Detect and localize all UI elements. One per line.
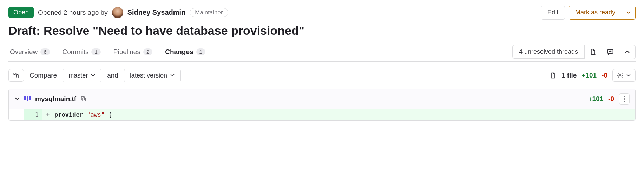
svg-rect-3 bbox=[17, 76, 19, 78]
compare-head-dropdown[interactable]: latest version bbox=[124, 69, 181, 83]
svg-rect-1 bbox=[14, 73, 15, 75]
diff-settings-dropdown[interactable] bbox=[612, 69, 636, 82]
compare-and: and bbox=[107, 72, 118, 79]
mark-as-ready-dropdown[interactable] bbox=[622, 6, 636, 20]
file-tree-toggle[interactable] bbox=[8, 69, 24, 82]
new-line-number[interactable]: 1 bbox=[24, 109, 42, 120]
code-string: "aws" bbox=[87, 111, 105, 118]
svg-point-7 bbox=[624, 96, 625, 97]
comment-icon-button[interactable] bbox=[602, 45, 619, 59]
unresolved-threads-button[interactable]: 4 unresolved threads bbox=[512, 45, 584, 59]
terraform-icon bbox=[24, 96, 31, 101]
tab-overview-count: 6 bbox=[40, 48, 50, 55]
tab-pipelines[interactable]: Pipelines 2 bbox=[112, 45, 154, 61]
tab-changes-label: Changes bbox=[165, 48, 193, 56]
diff-sign: + bbox=[46, 111, 51, 118]
file-plus-icon bbox=[590, 48, 597, 55]
chevron-down-icon[interactable] bbox=[14, 96, 20, 102]
compare-label: Compare bbox=[29, 72, 57, 79]
chevron-down-icon bbox=[170, 73, 175, 78]
tab-commits-count: 1 bbox=[91, 48, 100, 55]
file-tree-icon bbox=[13, 72, 19, 79]
tab-changes-count: 1 bbox=[196, 48, 205, 55]
copy-path-icon[interactable] bbox=[80, 96, 87, 102]
opened-time: 2 hours ago bbox=[64, 9, 99, 16]
code-keyword: provider bbox=[54, 111, 83, 118]
author-avatar[interactable] bbox=[112, 7, 123, 18]
old-line-number[interactable] bbox=[9, 109, 24, 120]
opened-text: Opened 2 hours ago by bbox=[38, 9, 108, 16]
tab-commits[interactable]: Commits 1 bbox=[61, 45, 102, 61]
mark-as-ready-button[interactable]: Mark as ready bbox=[569, 6, 622, 20]
chevron-down-icon bbox=[626, 73, 631, 78]
svg-point-9 bbox=[624, 101, 625, 102]
role-badge: Maintainer bbox=[190, 8, 228, 17]
doc-icon bbox=[550, 72, 557, 79]
tab-pipelines-count: 2 bbox=[143, 48, 152, 55]
file-count: 1 file bbox=[561, 72, 577, 79]
gear-icon bbox=[617, 72, 623, 79]
opened-prefix: Opened bbox=[38, 9, 62, 16]
file-plus-icon-button[interactable] bbox=[584, 45, 602, 59]
file-actions-menu[interactable] bbox=[619, 93, 630, 105]
svg-rect-6 bbox=[81, 96, 84, 100]
comment-arrow-icon bbox=[607, 48, 614, 55]
svg-rect-5 bbox=[83, 98, 85, 101]
collapse-icon-button[interactable] bbox=[619, 45, 636, 59]
file-name[interactable]: mysqlmain.tf bbox=[35, 95, 76, 103]
author-link[interactable]: Sidney Sysadmin bbox=[127, 8, 186, 16]
file-deletions: -0 bbox=[608, 95, 614, 103]
tab-pipelines-label: Pipelines bbox=[113, 48, 140, 56]
mr-tabs: Overview 6 Commits 1 Pipelines 2 Changes… bbox=[8, 45, 207, 61]
opened-by: by bbox=[101, 9, 108, 16]
mr-title: Draft: Resolve "Need to have database pr… bbox=[8, 24, 636, 38]
compare-base-dropdown[interactable]: master bbox=[63, 69, 101, 83]
total-additions: +101 bbox=[581, 72, 597, 79]
compare-base-value: master bbox=[68, 72, 88, 80]
svg-point-4 bbox=[619, 75, 621, 76]
file-additions: +101 bbox=[588, 95, 603, 103]
tab-changes[interactable]: Changes 1 bbox=[164, 45, 207, 61]
compare-head-value: latest version bbox=[130, 72, 167, 80]
chevron-down-icon bbox=[626, 10, 631, 15]
code-brace: { bbox=[109, 111, 112, 118]
tab-overview[interactable]: Overview 6 bbox=[8, 45, 51, 61]
tab-commits-label: Commits bbox=[63, 48, 89, 56]
mark-ready-group: Mark as ready bbox=[569, 6, 636, 20]
chevron-down-icon bbox=[91, 73, 96, 78]
chevron-up-icon bbox=[624, 49, 630, 55]
diff-file: mysqlmain.tf +101 -0 1 + provider "aws" bbox=[8, 89, 636, 121]
svg-point-8 bbox=[624, 98, 625, 100]
diff-line: 1 + provider "aws" { bbox=[9, 109, 635, 120]
status-badge: Open bbox=[8, 7, 34, 18]
edit-button[interactable]: Edit bbox=[541, 6, 565, 20]
tab-overview-label: Overview bbox=[10, 48, 38, 56]
code-cell[interactable]: + provider "aws" { bbox=[42, 109, 635, 120]
total-deletions: -0 bbox=[602, 72, 607, 79]
mr-header: Open Opened 2 hours ago by Sidney Sysadm… bbox=[8, 6, 636, 20]
kebab-icon bbox=[624, 96, 625, 102]
